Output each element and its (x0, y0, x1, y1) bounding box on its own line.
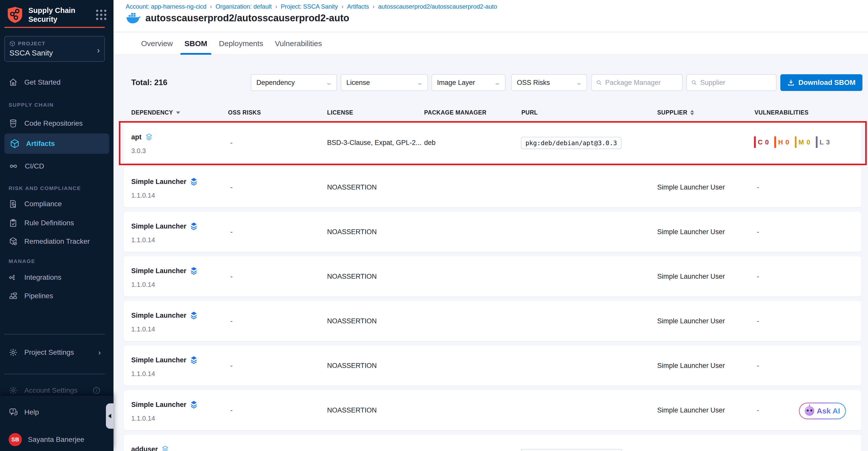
purl-chip[interactable] (521, 449, 622, 451)
table-row-simple-launcher[interactable]: Simple Launcher 1.1.0.14 - NOASSERTION S… (124, 390, 861, 430)
sidebar-collapse-handle[interactable] (106, 403, 114, 429)
module-switcher-grid-icon[interactable] (96, 10, 106, 20)
layers-filled-icon (189, 222, 198, 231)
breadcrumb-separator-icon: › (342, 3, 344, 10)
integrations-icon (9, 273, 18, 282)
table-row-adduser[interactable]: adduser (124, 435, 861, 451)
infinity-icon (9, 161, 18, 171)
dependency-name[interactable]: Simple Launcher (131, 356, 186, 364)
project-cube-icon (9, 40, 16, 47)
chevron-right-icon: › (98, 348, 101, 357)
sort-descending-icon (176, 112, 180, 114)
gear-icon (9, 386, 18, 395)
tab-sbom[interactable]: SBOM (184, 33, 207, 55)
chevron-down-icon: ⌄ (576, 79, 583, 86)
sidebar-item-remediation-tracker[interactable]: Remediation Tracker (0, 234, 114, 249)
docker-icon (126, 12, 142, 24)
breadcrumb-current-artifact[interactable]: autosscauserprod2/autosscauserprod2-auto (378, 3, 497, 10)
image-layer-filter-select[interactable]: Image Layer ⌄ (431, 74, 505, 91)
vulnerabilities-value: - (757, 407, 759, 414)
dependency-name[interactable]: adduser (131, 445, 158, 451)
license-filter-select[interactable]: License ⌄ (341, 74, 428, 91)
ask-ai-button[interactable]: Ask AI (799, 402, 846, 419)
tab-vulnerabilities[interactable]: Vulnerabilities (275, 33, 322, 55)
breadcrumb: Account: app-harness-ng-cicd › Organizat… (126, 3, 497, 10)
layers-filled-icon (189, 400, 198, 409)
dependency-name[interactable]: Simple Launcher (131, 312, 186, 320)
brand-accent-rule (4, 27, 105, 28)
table-row-apt[interactable]: apt 3.0.3 - BSD-3-Clause, Expat, GPL-2..… (124, 123, 861, 163)
sidebar-bottom-panel: ? Help SB Sayanta Banerjee (0, 396, 114, 451)
dependency-version: 3.0.3 (131, 147, 146, 155)
user-menu[interactable]: SB Sayanta Banerjee (0, 432, 114, 447)
license-value: NOASSERTION (327, 183, 377, 191)
tabbar: Overview SBOM Deployments Vulnerabilitie… (114, 33, 868, 55)
table-row-simple-launcher[interactable]: Simple Launcher 1.1.0.14 - NOASSERTION S… (124, 301, 861, 341)
low-count-badge: L3 (816, 136, 830, 148)
sidebar-item-project-settings[interactable]: Project Settings › (0, 345, 114, 360)
box-tag-icon (9, 237, 18, 246)
package-manager-search-input[interactable] (605, 79, 678, 87)
dependency-version: 1.1.0.14 (131, 281, 155, 289)
table-row-simple-launcher[interactable]: Simple Launcher 1.1.0.14 - NOASSERTION S… (124, 212, 861, 252)
sidebar-item-help[interactable]: ? Help (0, 405, 114, 420)
dependency-name[interactable]: Simple Launcher (131, 178, 186, 186)
dependency-version: 1.1.0.14 (131, 236, 155, 244)
chevron-right-icon: › (97, 45, 100, 55)
sidebar-item-pipelines[interactable]: Pipelines (0, 289, 114, 303)
brand-title: Supply Chain Security (28, 6, 82, 24)
supplier-value: Simple Launcher User (657, 228, 725, 236)
breadcrumb-account[interactable]: Account: app-harness-ng-cicd (126, 3, 207, 10)
brand: Supply Chain Security (7, 6, 106, 24)
column-header-purl: PURL (521, 109, 538, 116)
column-header-package-manager: PACKAGE MANAGER (424, 109, 487, 116)
tab-overview[interactable]: Overview (141, 33, 173, 55)
breadcrumb-separator-icon: › (372, 3, 374, 10)
project-selector[interactable]: PROJECT SSCA Sanity › (4, 36, 105, 62)
dependency-name[interactable]: Simple Launcher (131, 401, 186, 409)
layers-outline-icon (161, 445, 169, 451)
sidebar-item-compliance[interactable]: Compliance (0, 197, 114, 211)
dependency-name[interactable]: Simple Launcher (131, 222, 186, 230)
supplier-value: Simple Launcher User (657, 183, 725, 191)
table-row-simple-launcher[interactable]: Simple Launcher 1.1.0.14 - NOASSERTION S… (124, 345, 861, 386)
oss-risks-filter-select[interactable]: OSS Risks ⌄ (511, 74, 587, 91)
supplier-search-input[interactable] (700, 79, 772, 87)
breadcrumb-organization[interactable]: Organization: default (216, 3, 272, 10)
table-row-simple-launcher[interactable]: Simple Launcher 1.1.0.14 - NOASSERTION S… (124, 167, 861, 207)
sidebar-item-integrations[interactable]: Integrations (0, 270, 114, 285)
search-icon (596, 79, 602, 86)
sidebar-item-get-started[interactable]: Get Started (0, 75, 114, 90)
breadcrumb-project[interactable]: Project: SSCA Sanity (281, 3, 338, 10)
column-header-dependency[interactable]: DEPENDENCY (131, 109, 180, 116)
sidebar-item-code-repositories[interactable]: Code Repositories (0, 116, 114, 131)
oss-risks-value: - (230, 407, 232, 414)
dependency-version: 1.1.0.14 (131, 370, 155, 378)
dependency-filter-select[interactable]: Dependency ⌄ (251, 74, 337, 91)
breadcrumb-artifacts[interactable]: Artifacts (347, 3, 369, 10)
vulnerabilities-value: - (757, 362, 759, 370)
package-manager-search (591, 74, 683, 91)
tab-deployments[interactable]: Deployments (219, 33, 263, 55)
sidebar-item-artifacts[interactable]: Artifacts (4, 133, 109, 154)
purl-chip[interactable]: pkg:deb/debian/apt@3.0.3 (521, 137, 621, 149)
column-header-supplier[interactable]: SUPPLIER (657, 109, 694, 116)
sidebar-item-rule-definitions[interactable]: Rule Definitions (0, 216, 114, 230)
sidebar-item-cicd[interactable]: CI/CD (0, 159, 114, 174)
sidebar-divider (4, 334, 105, 334)
topbar: Account: app-harness-ng-cicd › Organizat… (114, 0, 868, 32)
dependency-name[interactable]: Simple Launcher (131, 267, 186, 275)
dependency-name[interactable]: apt (131, 133, 142, 141)
supplier-value: Simple Launcher User (657, 362, 725, 370)
table-row-simple-launcher[interactable]: Simple Launcher 1.1.0.14 - NOASSERTION S… (124, 257, 861, 296)
page-title: autosscauserprod2/autosscauserprod2-auto (146, 13, 349, 24)
download-sbom-button[interactable]: Download SBOM (780, 74, 862, 91)
chevron-down-icon: ⌄ (416, 79, 423, 86)
sbom-content: Total: 216 Dependency ⌄ License ⌄ Image … (114, 55, 868, 451)
layers-filled-icon (189, 267, 198, 275)
license-value: NOASSERTION (327, 273, 377, 280)
license-value: NOASSERTION (327, 317, 377, 325)
sort-both-icon (690, 110, 694, 115)
oss-risks-value: - (230, 183, 232, 191)
search-icon (691, 79, 697, 86)
